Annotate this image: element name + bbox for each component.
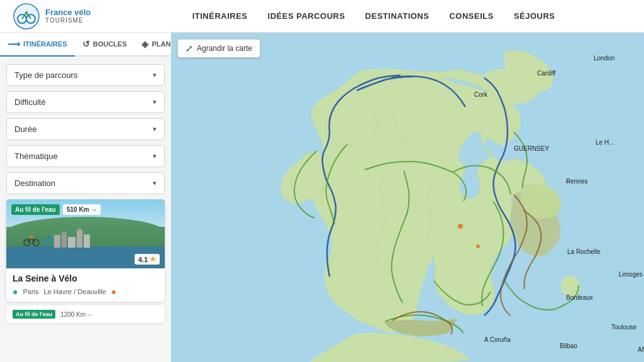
nav-destinations[interactable]: DESTINATIONS xyxy=(365,11,430,21)
svg-text:GUERNSEY: GUERNSEY xyxy=(514,145,549,152)
card-rating: 4.1 ★ xyxy=(135,254,160,265)
svg-text:Toulouse: Toulouse xyxy=(611,324,636,331)
svg-rect-6 xyxy=(68,237,75,248)
star-icon: ★ xyxy=(150,255,156,263)
card-title: La Seine à Vélo xyxy=(13,273,158,283)
plan-icon: ◈ xyxy=(142,39,148,49)
nav-sejours[interactable]: SÉJOURS xyxy=(514,11,555,21)
end-dot-icon: ● xyxy=(111,287,116,297)
card-km: 510 Km → xyxy=(63,204,101,215)
svg-point-3 xyxy=(25,11,28,14)
main-layout: ⟿ ITINÉRAIRES ↺ BOUCLES ◈ PLANIFIER Type… xyxy=(0,33,644,362)
chevron-icon-1: ▾ xyxy=(153,98,157,106)
tab-itineraires[interactable]: ⟿ ITINÉRAIRES xyxy=(0,33,75,57)
svg-text:Rennes: Rennes xyxy=(566,178,587,185)
route-card-partial[interactable]: Au fil de l'eau 1200 Km→ xyxy=(6,305,165,323)
chevron-icon-0: ▾ xyxy=(153,71,157,79)
logo-france-velo: France vélo xyxy=(45,8,91,17)
svg-point-0 xyxy=(14,4,39,29)
svg-point-15 xyxy=(48,235,51,238)
svg-text:La Rochelle: La Rochelle xyxy=(567,248,601,255)
logo[interactable]: France vélo TOURISME xyxy=(13,3,91,30)
tab-planifier[interactable]: ◈ PLANIFIER xyxy=(134,33,171,57)
filter-destination[interactable]: Destination ▾ xyxy=(6,172,165,194)
filter-thematique[interactable]: Thématique ▾ xyxy=(6,145,165,167)
header: France vélo TOURISME ITINÉRAIRES IDÉES P… xyxy=(0,0,644,33)
svg-text:Cork: Cork xyxy=(474,91,488,98)
card-body: La Seine à Vélo ● Paris Le Havre / Deauv… xyxy=(6,268,165,302)
svg-text:Bilbao: Bilbao xyxy=(560,343,577,349)
card-favorite-button[interactable]: ♡ xyxy=(151,204,160,216)
card-image: Au fil de l'eau 510 Km → ♡ 4.1 ★ xyxy=(6,199,165,268)
main-nav: ITINÉRAIRES IDÉES PARCOURS DESTINATIONS … xyxy=(116,11,631,21)
svg-text:London: London xyxy=(594,55,614,62)
start-dot-icon: ● xyxy=(13,287,18,297)
filter-difficulte[interactable]: Difficulté ▾ xyxy=(6,91,165,113)
svg-point-51 xyxy=(566,180,569,183)
svg-text:Le H...: Le H... xyxy=(596,139,614,146)
svg-marker-8 xyxy=(77,227,82,231)
svg-point-17 xyxy=(458,224,463,229)
svg-text:A Coruña: A Coruña xyxy=(484,336,511,343)
svg-rect-7 xyxy=(77,231,82,248)
svg-text:Cardiff: Cardiff xyxy=(537,70,555,77)
card-start: Paris xyxy=(23,288,38,295)
route-card-seine[interactable]: Au fil de l'eau 510 Km → ♡ 4.1 ★ La Sein… xyxy=(6,199,165,302)
map-container: ⤢ Agrandir la carte xyxy=(171,33,644,362)
svg-rect-5 xyxy=(62,232,67,248)
nav-conseils[interactable]: CONSEILS xyxy=(449,11,493,21)
chevron-icon-3: ▾ xyxy=(153,152,157,160)
logo-icon xyxy=(13,3,40,30)
card-tag: Au fil de l'eau xyxy=(11,204,60,215)
filter-duree[interactable]: Durée ▾ xyxy=(6,118,165,140)
svg-point-12 xyxy=(30,235,33,238)
route-icon: ⟿ xyxy=(8,39,20,49)
svg-text:Bordeaux: Bordeaux xyxy=(566,294,593,301)
filter-type-parcours[interactable]: Type de parcours ▾ xyxy=(6,64,165,86)
chevron-icon-2: ▾ xyxy=(153,125,157,133)
expand-map-button[interactable]: ⤢ Agrandir la carte xyxy=(177,39,260,58)
svg-rect-9 xyxy=(84,234,90,248)
svg-rect-4 xyxy=(54,235,60,248)
partial-km: 1200 Km→ xyxy=(60,311,92,318)
tabs-bar: ⟿ ITINÉRAIRES ↺ BOUCLES ◈ PLANIFIER xyxy=(0,33,171,57)
card-list: Au fil de l'eau 510 Km → ♡ 4.1 ★ La Sein… xyxy=(0,199,171,362)
logo-tourisme: TOURISME xyxy=(45,17,91,24)
filters-section: Type de parcours ▾ Difficulté ▾ Durée ▾ … xyxy=(0,57,171,199)
card-end: Le Havre / Deauville xyxy=(44,288,106,295)
nav-itineraires[interactable]: ITINÉRAIRES xyxy=(192,11,248,21)
svg-text:ANDORRA: ANDORRA xyxy=(638,346,644,353)
nav-idees-parcours[interactable]: IDÉES PARCOURS xyxy=(268,11,345,21)
partial-tag: Au fil de l'eau xyxy=(13,310,55,319)
card-route: ● Paris Le Havre / Deauville ● xyxy=(13,287,158,297)
svg-text:Limoges: Limoges xyxy=(619,271,643,278)
loop-icon: ↺ xyxy=(82,39,90,49)
map-svg: London Cardiff Cork Bruxelles - Brussel … xyxy=(171,33,644,362)
svg-point-18 xyxy=(476,244,480,248)
logo-text: France vélo TOURISME xyxy=(45,8,91,24)
tab-boucles[interactable]: ↺ BOUCLES xyxy=(75,33,135,57)
left-panel: ⟿ ITINÉRAIRES ↺ BOUCLES ◈ PLANIFIER Type… xyxy=(0,33,171,362)
chevron-icon-4: ▾ xyxy=(153,179,157,187)
expand-icon: ⤢ xyxy=(186,43,193,53)
